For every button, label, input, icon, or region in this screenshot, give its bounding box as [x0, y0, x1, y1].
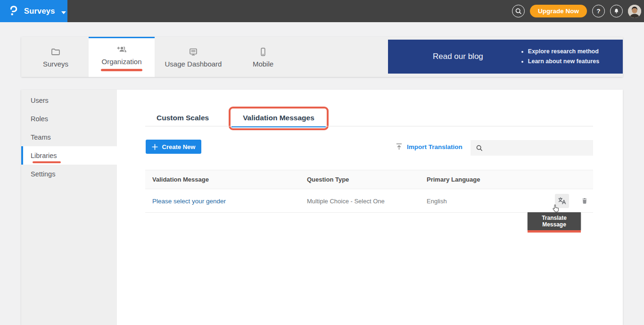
- sidebar-item-teams[interactable]: Teams: [21, 128, 117, 146]
- sidebar-item-libraries[interactable]: Libraries: [21, 146, 117, 165]
- sidebar-item-label: Libraries: [31, 152, 57, 159]
- annotation-box: Validation Messages: [229, 107, 329, 130]
- search-icon: [476, 144, 483, 151]
- libraries-content: Custom Scales Validation Messages Create…: [117, 90, 623, 325]
- folder-icon: [50, 46, 62, 58]
- sidebar-item-settings[interactable]: Settings: [21, 165, 117, 183]
- promo-title: Read our blog: [433, 52, 483, 61]
- promo-bullet: Learn about new features: [528, 57, 599, 67]
- nav-tab-surveys[interactable]: Surveys: [23, 37, 89, 77]
- sidebar-item-users[interactable]: Users: [21, 91, 117, 109]
- primary-nav: Surveys Organization Usage Dashboard: [21, 37, 623, 77]
- blog-promo-banner[interactable]: Read our blog Explore research method Le…: [388, 40, 623, 74]
- organization-sidebar: Users Roles Teams Libraries Settings: [21, 90, 117, 325]
- question-type-value: Multiple Choice - Select One: [307, 198, 385, 205]
- plus-icon: [152, 144, 158, 150]
- mobile-icon: [257, 46, 269, 58]
- product-name: Surveys: [24, 7, 55, 16]
- trash-icon: [580, 196, 589, 205]
- column-header-question-type: Question Type: [307, 176, 427, 183]
- group-add-icon: [115, 44, 128, 55]
- table-header-row: Validation Message Question Type Primary…: [145, 170, 593, 189]
- delete-message-button[interactable]: [578, 194, 592, 208]
- dashboard-icon: [187, 46, 199, 58]
- upgrade-now-button[interactable]: Upgrade Now: [530, 5, 587, 17]
- sidebar-item-roles[interactable]: Roles: [21, 109, 117, 128]
- create-new-label: Create New: [162, 143, 196, 150]
- sidebar-item-label: Settings: [31, 170, 55, 178]
- search-icon: [515, 8, 522, 15]
- bell-icon: [613, 8, 620, 15]
- primary-language-value: English: [427, 198, 447, 205]
- upload-icon: [396, 143, 403, 150]
- promo-bullet-list: Explore research method Learn about new …: [528, 47, 599, 67]
- annotation-underline: [528, 230, 581, 233]
- nav-tab-label: Organization: [101, 58, 141, 66]
- create-new-button[interactable]: Create New: [146, 140, 201, 154]
- search-input[interactable]: [487, 140, 593, 156]
- column-header-validation-message: Validation Message: [145, 176, 307, 183]
- tab-custom-scales[interactable]: Custom Scales: [145, 109, 220, 127]
- user-avatar[interactable]: [628, 5, 641, 18]
- translate-icon: [557, 196, 567, 206]
- notifications-button[interactable]: [610, 5, 623, 17]
- annotation-underline: [33, 161, 61, 163]
- chevron-down-icon: [61, 8, 66, 16]
- nav-tab-label: Usage Dashboard: [165, 60, 222, 68]
- nav-tab-mobile[interactable]: Mobile: [228, 37, 298, 77]
- import-translation-label: Import Translation: [407, 143, 462, 150]
- tooltip-text: Translate Message: [528, 212, 581, 230]
- import-translation-link[interactable]: Import Translation: [396, 143, 462, 150]
- search-button[interactable]: [512, 5, 525, 17]
- tabs-divider: [145, 126, 593, 126]
- translate-tooltip: Translate Message: [528, 212, 581, 233]
- nav-tab-usage-dashboard[interactable]: Usage Dashboard: [158, 37, 228, 77]
- sidebar-item-label: Teams: [31, 133, 51, 141]
- organization-panel: Users Roles Teams Libraries Settings Cus…: [21, 90, 623, 325]
- library-tabs: Custom Scales Validation Messages: [145, 107, 329, 127]
- table-search[interactable]: [471, 140, 593, 156]
- tab-validation-messages[interactable]: Validation Messages: [231, 109, 326, 127]
- nav-tab-label: Surveys: [43, 60, 68, 68]
- sidebar-item-label: Users: [31, 97, 49, 104]
- questionpro-logo-icon: [8, 5, 19, 17]
- table-row: Please select your gender Multiple Choic…: [145, 189, 593, 213]
- validation-message-link[interactable]: Please select your gender: [152, 198, 226, 205]
- promo-bullet: Explore research method: [528, 47, 599, 57]
- topbar: Surveys Upgrade Now ?: [0, 0, 644, 22]
- translate-message-button[interactable]: [555, 194, 569, 208]
- question-mark-icon: ?: [597, 8, 601, 15]
- nav-tab-organization[interactable]: Organization: [89, 37, 155, 77]
- help-button[interactable]: ?: [592, 5, 605, 17]
- nav-tab-label: Mobile: [253, 60, 273, 68]
- product-switcher[interactable]: Surveys: [0, 0, 67, 22]
- annotation-underline: [101, 69, 142, 71]
- column-header-primary-language: Primary Language: [427, 176, 535, 183]
- validation-messages-table: Validation Message Question Type Primary…: [145, 170, 593, 213]
- sidebar-item-label: Roles: [31, 115, 48, 123]
